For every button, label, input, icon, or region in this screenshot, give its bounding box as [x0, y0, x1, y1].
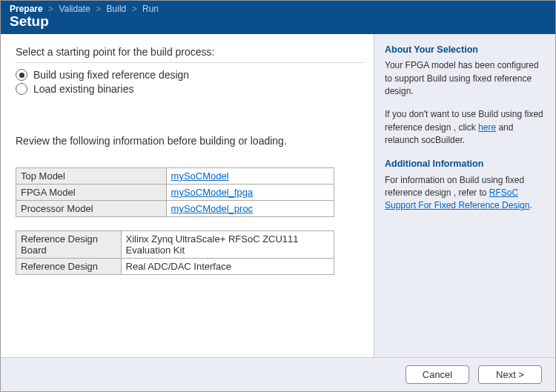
- table-row: Reference Design Real ADC/DAC Interface: [16, 259, 334, 275]
- header-bar: Prepare > Validate > Build > Run Setup: [1, 1, 555, 34]
- divider: [16, 62, 364, 63]
- relaunch-here-link[interactable]: here: [478, 122, 496, 133]
- page-title: Setup: [10, 13, 546, 30]
- side-panel: About Your Selection Your FPGA model has…: [374, 34, 555, 357]
- design-info-table: Reference Design Board Xilinx Zynq Ultra…: [16, 230, 334, 275]
- info-text-post: .: [529, 200, 532, 210]
- processor-model-link[interactable]: mySoCModel_proc: [171, 203, 254, 214]
- crumb-run[interactable]: Run: [142, 4, 159, 14]
- cell-key: Reference Design: [16, 259, 122, 275]
- cell-value: mySoCModel: [166, 168, 334, 185]
- starting-point-prompt: Select a starting point for the build pr…: [16, 46, 359, 58]
- table-row: Reference Design Board Xilinx Zynq Ultra…: [16, 231, 334, 259]
- footer-bar: Cancel Next >: [1, 357, 555, 391]
- chevron-right-icon: >: [132, 4, 137, 14]
- next-button[interactable]: Next >: [478, 365, 542, 384]
- chevron-right-icon: >: [96, 4, 101, 14]
- about-heading: About Your Selection: [385, 43, 545, 56]
- table-row: FPGA Model mySoCModel_fpga: [16, 185, 334, 201]
- window: Prepare > Validate > Build > Run Setup S…: [0, 0, 556, 392]
- additional-info-text: For information on Build using fixed ref…: [385, 174, 545, 213]
- breadcrumb: Prepare > Validate > Build > Run: [10, 4, 546, 14]
- additional-info-heading: Additional Information: [385, 157, 545, 170]
- review-label: Review the following information before …: [16, 135, 359, 147]
- radio-icon: [16, 83, 27, 95]
- cell-value: mySoCModel_fpga: [166, 185, 334, 201]
- cell-key: Processor Model: [16, 201, 167, 217]
- main-panel: Select a starting point for the build pr…: [1, 34, 374, 357]
- radio-label: Load existing binaries: [33, 83, 133, 95]
- model-info-table: Top Model mySoCModel FPGA Model mySoCMod…: [16, 167, 334, 217]
- chevron-right-icon: >: [48, 4, 53, 14]
- cell-key: FPGA Model: [16, 185, 167, 201]
- cell-value: Real ADC/DAC Interface: [121, 259, 334, 275]
- crumb-prepare[interactable]: Prepare: [10, 4, 43, 14]
- table-row: Top Model mySoCModel: [16, 168, 334, 185]
- crumb-build[interactable]: Build: [107, 4, 127, 14]
- alt-text: If you don't want to use Build using fix…: [385, 108, 545, 147]
- content-area: Select a starting point for the build pr…: [1, 34, 555, 357]
- cell-key: Reference Design Board: [16, 231, 122, 259]
- cancel-button[interactable]: Cancel: [406, 365, 469, 384]
- crumb-validate[interactable]: Validate: [59, 4, 90, 14]
- cell-value: mySoCModel_proc: [166, 201, 334, 217]
- radio-icon: [16, 69, 27, 81]
- cell-key: Top Model: [16, 168, 167, 185]
- radio-option-fixed-design[interactable]: Build using fixed reference design: [16, 69, 359, 81]
- table-row: Processor Model mySoCModel_proc: [16, 201, 334, 217]
- cell-value: Xilinx Zynq UltraScale+ RFSoC ZCU111 Eva…: [121, 231, 334, 259]
- about-text: Your FPGA model has been configured to s…: [385, 59, 545, 98]
- radio-label: Build using fixed reference design: [33, 69, 189, 81]
- fpga-model-link[interactable]: mySoCModel_fpga: [171, 187, 254, 198]
- radio-option-load-binaries[interactable]: Load existing binaries: [16, 83, 359, 95]
- alt-text-pre: If you don't want to use Build using fix…: [385, 109, 543, 132]
- top-model-link[interactable]: mySoCModel: [171, 170, 229, 182]
